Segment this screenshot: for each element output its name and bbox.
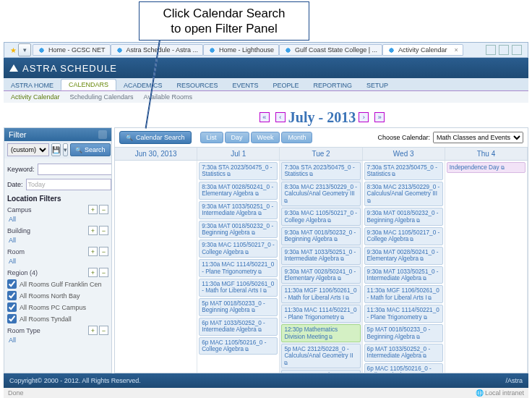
day-column[interactable]: Independence Day [445, 161, 528, 373]
class-event[interactable]: 9:30a MAT 1033/50251_0 - Intermediate Al… [199, 201, 278, 219]
class-event[interactable]: 7:30a STA 2023/50475_0 - Statistics [281, 162, 360, 180]
class-event[interactable]: 9:30a MAT 0018/50232_0 - Beginning Algeb… [199, 221, 278, 239]
filter-search-button[interactable]: Search [70, 143, 111, 156]
class-event[interactable]: 11:30a MAC 1114/50221_0 - Plane Trigonom… [364, 305, 443, 323]
nav-tab-astra-home[interactable]: ASTRA HOME [4, 80, 61, 90]
building-value[interactable]: All [9, 237, 108, 244]
class-event[interactable]: 8:30a MAC 2313/50229_0 - Calculus/Anal G… [281, 182, 360, 206]
room-remove-button[interactable]: − [99, 247, 108, 256]
day-header[interactable]: Thu 4 [445, 148, 528, 160]
room-type-remove-button[interactable]: − [99, 326, 108, 335]
browser-tab[interactable]: Activity Calendar× [382, 44, 463, 56]
day-column[interactable]: 7:30a STA 2023/50475_0 - Statistics8:30a… [280, 161, 362, 373]
class-event[interactable]: 11:30a MGF 1106/50261_0 - Math for Liber… [199, 279, 278, 297]
browser-tab[interactable]: Home - GCSC NET [33, 44, 111, 56]
class-event[interactable]: 11:30a MGF 1106/50261_0 - Math for Liber… [281, 285, 360, 303]
view-month-button[interactable]: Month [281, 132, 312, 143]
nav-tab-reporting[interactable]: REPORTING [306, 80, 359, 90]
day-column[interactable]: 7:30a STA 2023/50475_0 - Statistics8:30a… [197, 161, 280, 373]
class-event[interactable]: 8:30a MAT 0028/50241_0 - Elementary Alge… [199, 182, 278, 200]
region-item[interactable]: All Rooms Gulf Franklin Cen [7, 279, 108, 289]
browser-tab[interactable]: Home - Lighthouse [203, 44, 279, 56]
campus-remove-button[interactable]: − [99, 205, 108, 214]
meeting-event[interactable]: 12:30p Mathematics Division Meeting [281, 324, 360, 342]
dropdown-button[interactable]: ▾ [63, 143, 68, 156]
nav-tab-resources[interactable]: RESOURCES [170, 80, 226, 90]
class-event[interactable]: 11:30a MGF 1106/50261_0 - Math for Liber… [364, 285, 443, 303]
print-icon[interactable] [512, 45, 522, 55]
collapse-icon[interactable] [98, 130, 107, 139]
favorites-dropdown[interactable]: ▾ [18, 43, 31, 56]
view-day-button[interactable]: Day [225, 132, 249, 143]
room-type-add-button[interactable]: + [88, 326, 98, 335]
class-event[interactable]: 5p MAC 2312/50228_0 - Calculus/Anal Geom… [281, 344, 360, 368]
class-event[interactable]: 6p MAT 1033/50252_0 - Intermediate Algeb… [199, 318, 278, 336]
class-event[interactable]: 9:30a MAT 0028/50241_0 - Elementary Alge… [364, 247, 443, 265]
region-checkbox[interactable] [7, 279, 17, 289]
class-event[interactable]: 6p MAT 1033/50252_0 - Intermediate Algeb… [364, 344, 443, 362]
calendar-search-button[interactable]: Calendar Search [119, 131, 192, 144]
view-list-button[interactable]: List [200, 132, 223, 143]
region-item[interactable]: All Rooms North Bay [7, 291, 108, 300]
region-item[interactable]: All Rooms PC Campus [7, 302, 108, 312]
class-event[interactable]: 5p MAT 0018/50233_0 - Beginning Algebra [364, 324, 443, 342]
class-event[interactable]: 5p MAT 0018/50233_0 - Beginning Algebra [199, 298, 278, 316]
keyword-input[interactable] [38, 164, 111, 175]
class-event[interactable]: 7:30a STA 2023/50475_0 - Statistics [199, 162, 278, 180]
favorites-icon[interactable]: ★ [10, 46, 17, 54]
region-add-button[interactable]: + [88, 268, 98, 277]
class-event[interactable]: 5:30p MAT 0028/50267_0 - Elementary Alge… [281, 370, 360, 373]
nav-tab-people[interactable]: PEOPLE [266, 80, 306, 90]
class-event[interactable]: 6p MAC 1105/50216_0 - College Algebra [199, 337, 278, 355]
subnav-activity-calendar[interactable]: Activity Calendar [11, 93, 60, 101]
prev-year-button[interactable]: « [259, 112, 270, 122]
campus-add-button[interactable]: + [88, 205, 98, 214]
view-week-button[interactable]: Week [251, 132, 280, 143]
filter-preset-select[interactable]: (custom) [7, 143, 49, 156]
date-input[interactable] [26, 179, 111, 190]
room-add-button[interactable]: + [88, 247, 98, 256]
day-header[interactable]: Wed 3 [363, 148, 445, 160]
region-item[interactable]: All Rooms Tyndall [7, 314, 108, 323]
day-column[interactable]: 7:30a STA 2023/50475_0 - Statistics8:30a… [363, 161, 445, 373]
class-event[interactable]: 11:30a MAC 1114/50221_0 - Plane Trigonom… [199, 259, 278, 277]
home-icon[interactable] [486, 45, 496, 55]
building-remove-button[interactable]: − [99, 226, 108, 235]
subnav-scheduling-calendars[interactable]: Scheduling Calendars [70, 93, 134, 101]
building-add-button[interactable]: + [88, 226, 98, 235]
nav-tab-setup[interactable]: SETUP [359, 80, 395, 90]
class-event[interactable]: 9:30a MAT 1033/50251_0 - Intermediate Al… [281, 247, 360, 265]
next-month-button[interactable]: › [359, 112, 369, 122]
nav-tab-academics[interactable]: ACADEMICS [116, 80, 170, 90]
class-event[interactable]: 6p MAC 1105/50216_0 - College Algebra [364, 363, 443, 373]
feeds-icon[interactable] [499, 45, 509, 55]
class-event[interactable]: 9:30a MAC 1105/50217_0 - College Algebra [199, 240, 278, 258]
class-event[interactable]: 9:30a MAT 0028/50241_0 - Elementary Alge… [281, 266, 360, 284]
day-column[interactable] [115, 161, 197, 373]
region-checkbox[interactable] [7, 314, 17, 323]
class-event[interactable]: 11:30a MAC 1114/50221_0 - Plane Trigonom… [281, 305, 360, 323]
class-event[interactable]: 9:30a MAT 0018/50232_0 - Beginning Algeb… [281, 227, 360, 245]
class-event[interactable]: 7:30a STA 2023/50475_0 - Statistics [364, 162, 443, 180]
campus-value[interactable]: All [9, 216, 108, 223]
day-header[interactable]: Jul 1 [197, 148, 280, 160]
room-value[interactable]: All [9, 258, 108, 265]
region-remove-button[interactable]: − [99, 268, 108, 277]
close-tab-icon[interactable]: × [455, 46, 458, 54]
nav-tab-events[interactable]: EVENTS [226, 80, 266, 90]
class-event[interactable]: 9:30a MAC 1105/50217_0 - College Algebra [281, 208, 360, 226]
class-event[interactable]: 9:30a MAT 1033/50251_0 - Intermediate Al… [364, 266, 443, 284]
region-checkbox[interactable] [7, 302, 17, 312]
nav-tab-calendars[interactable]: CALENDARS [61, 79, 116, 90]
next-year-button[interactable]: » [374, 112, 385, 122]
room-type-value[interactable]: All [9, 336, 108, 344]
class-event[interactable]: 8:30a MAC 2313/50229_0 - Calculus/Anal G… [364, 182, 443, 206]
choose-calendar-select[interactable]: Math Classes and Events [433, 132, 523, 143]
day-header[interactable]: Jun 30, 2013 [115, 148, 197, 160]
day-header[interactable]: Tue 2 [280, 148, 362, 160]
browser-tab[interactable]: Gulf Coast State College | ... [279, 44, 382, 56]
holiday-event[interactable]: Independence Day [447, 162, 525, 173]
class-event[interactable]: 9:30a MAC 1105/50217_0 - College Algebra [364, 227, 443, 245]
class-event[interactable]: 9:30a MAT 0018/50232_0 - Beginning Algeb… [364, 208, 443, 226]
save-filter-button[interactable]: 💾 [51, 143, 61, 156]
